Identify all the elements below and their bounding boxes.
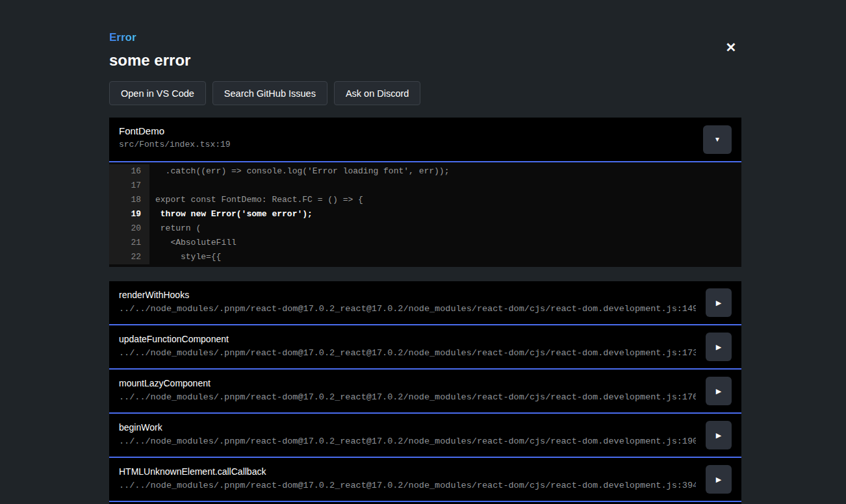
play-icon: ▶ xyxy=(716,388,721,395)
open-in-vscode-button[interactable]: Open in VS Code xyxy=(109,81,206,105)
stack-frame-function: mountLazyComponent xyxy=(119,378,696,388)
stack-frame-function: beginWork xyxy=(119,422,696,433)
code-line: 17 xyxy=(109,179,741,193)
line-number: 21 xyxy=(109,236,149,250)
stack-frame-path: ../../node_modules/.pnpm/react-dom@17.0.… xyxy=(119,304,696,314)
stack-trace-list: renderWithHooks../../node_modules/.pnpm/… xyxy=(109,281,741,504)
stack-frame-function: updateFunctionComponent xyxy=(119,334,696,344)
action-buttons-row: Open in VS Code Search GitHub Issues Ask… xyxy=(109,81,741,105)
line-text: throw new Error('some error'); xyxy=(149,207,313,221)
expand-frame-button[interactable]: ▶ xyxy=(706,333,732,361)
stack-frame: mountLazyComponent../../node_modules/.pn… xyxy=(109,370,741,414)
code-line-highlighted: 19 throw new Error('some error'); xyxy=(109,207,741,221)
line-number: 22 xyxy=(109,250,149,264)
chevron-down-icon: ▼ xyxy=(714,136,721,143)
stack-frame: updateFunctionComponent../../node_module… xyxy=(109,325,741,370)
collapse-code-button[interactable]: ▼ xyxy=(703,125,732,154)
code-line: 22 style={{ xyxy=(109,250,741,264)
line-text: <AbsoluteFill xyxy=(149,236,237,250)
play-icon: ▶ xyxy=(716,476,721,483)
code-frame: FontDemo src/Fonts/index.tsx:19 ▼ 16 .ca… xyxy=(109,118,741,267)
line-number: 20 xyxy=(109,221,149,236)
play-icon: ▶ xyxy=(716,432,721,439)
error-overlay: Error some error Open in VS Code Search … xyxy=(109,0,741,504)
expand-frame-button[interactable]: ▶ xyxy=(706,465,732,494)
play-icon: ▶ xyxy=(716,344,721,351)
code-lines: 16 .catch((err) => console.log('Error lo… xyxy=(109,162,741,267)
play-icon: ▶ xyxy=(716,299,721,307)
code-line: 18export const FontDemo: React.FC = () =… xyxy=(109,193,741,207)
code-frame-header: FontDemo src/Fonts/index.tsx:19 ▼ xyxy=(109,118,741,162)
error-type-label: Error xyxy=(109,31,136,44)
stack-frame-path: ../../node_modules/.pnpm/react-dom@17.0.… xyxy=(119,436,696,446)
line-number: 19 xyxy=(109,207,149,221)
line-text: style={{ xyxy=(149,250,221,264)
stack-frame-function: renderWithHooks xyxy=(119,290,696,300)
line-number: 16 xyxy=(109,164,149,179)
line-number: 18 xyxy=(109,193,149,207)
stack-frame-path: ../../node_modules/.pnpm/react-dom@17.0.… xyxy=(119,348,696,358)
stack-frame: renderWithHooks../../node_modules/.pnpm/… xyxy=(109,281,741,325)
stack-frame-path: ../../node_modules/.pnpm/react-dom@17.0.… xyxy=(119,392,696,402)
error-message: some error xyxy=(109,51,741,69)
code-line: 16 .catch((err) => console.log('Error lo… xyxy=(109,164,741,179)
expand-frame-button[interactable]: ▶ xyxy=(706,421,732,449)
code-frame-title: FontDemo xyxy=(119,125,231,136)
line-number: 17 xyxy=(109,179,149,193)
code-frame-location: src/Fonts/index.tsx:19 xyxy=(119,140,231,149)
stack-frame-path: ../../node_modules/.pnpm/react-dom@17.0.… xyxy=(119,481,696,490)
ask-on-discord-button[interactable]: Ask on Discord xyxy=(334,81,421,105)
code-line: 20 return ( xyxy=(109,221,741,236)
line-text xyxy=(149,179,155,193)
code-line: 21 <AbsoluteFill xyxy=(109,236,741,250)
expand-frame-button[interactable]: ▶ xyxy=(706,288,732,317)
line-text: export const FontDemo: React.FC = () => … xyxy=(149,193,363,207)
stack-frame-function: HTMLUnknownElement.callCallback xyxy=(119,466,696,477)
stack-frame: beginWork../../node_modules/.pnpm/react-… xyxy=(109,414,741,458)
code-frame-header-text: FontDemo src/Fonts/index.tsx:19 xyxy=(119,125,231,149)
line-text: return ( xyxy=(149,221,201,236)
line-text: .catch((err) => console.log('Error loadi… xyxy=(149,164,449,179)
search-github-issues-button[interactable]: Search GitHub Issues xyxy=(212,81,327,105)
expand-frame-button[interactable]: ▶ xyxy=(706,377,732,405)
stack-frame: HTMLUnknownElement.callCallback../../nod… xyxy=(109,458,741,502)
